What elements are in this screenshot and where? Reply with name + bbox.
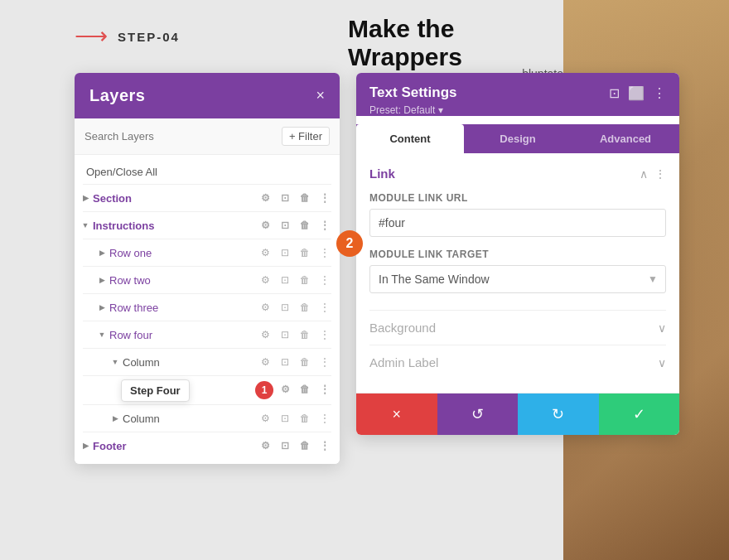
footer-settings-icon[interactable]: ⚙	[257, 437, 273, 454]
redo-button[interactable]: ↻	[518, 393, 599, 435]
layer-item-row-three[interactable]: ▶ Row three ⚙ ⊡ 🗑 ⋮	[75, 294, 340, 321]
column-1-more-icon[interactable]: ⋮	[316, 354, 333, 370]
footer-delete-icon[interactable]: 🗑	[297, 437, 313, 454]
link-chevron-icon[interactable]: ∧	[640, 167, 648, 181]
filter-button[interactable]: + Filter	[282, 127, 330, 146]
column-1-copy-icon[interactable]: ⊡	[277, 354, 293, 370]
instructions-settings-icon[interactable]: ⚙	[257, 217, 273, 234]
target-select[interactable]: In The Same Window In A New Window	[369, 265, 666, 293]
step-four-more-icon[interactable]: ⋮	[316, 381, 333, 398]
layers-header: Layers ×	[75, 73, 340, 118]
tab-advanced[interactable]: Advanced	[572, 124, 679, 153]
row-two-delete-icon[interactable]: 🗑	[297, 272, 313, 288]
layers-content: Open/Close All ▶ Section ⚙ ⊡ 🗑 ⋮ ▼ Instr…	[75, 155, 340, 464]
url-input[interactable]	[369, 209, 666, 237]
link-section-title: Link	[369, 167, 395, 181]
layer-item-row-one[interactable]: ▶ Row one ⚙ ⊡ 🗑 ⋮	[75, 239, 340, 266]
tab-content[interactable]: Content	[356, 124, 464, 153]
footer-icons: ⚙ ⊡ 🗑 ⋮	[257, 437, 333, 454]
section-copy-icon[interactable]: ⊡	[277, 190, 293, 206]
layer-item-footer[interactable]: ▶ Footer ⚙ ⊡ 🗑 ⋮	[75, 432, 340, 459]
row-four-copy-icon[interactable]: ⊡	[277, 326, 293, 343]
column-2-delete-icon[interactable]: 🗑	[297, 410, 313, 427]
column-2-settings-icon[interactable]: ⚙	[257, 410, 273, 427]
row-one-icons: ⚙ ⊡ 🗑 ⋮	[257, 244, 333, 261]
ts-preset[interactable]: Preset: Default ▾	[369, 104, 666, 116]
step-four-label: Step Four	[130, 384, 181, 397]
layer-item-column-2[interactable]: ▶ Column ⚙ ⊡ 🗑 ⋮	[75, 405, 340, 432]
instructions-delete-icon[interactable]: 🗑	[297, 217, 313, 234]
row-two-icons: ⚙ ⊡ 🗑 ⋮	[257, 272, 333, 288]
layer-name-instructions: Instructions	[93, 220, 253, 232]
row-two-more-icon[interactable]: ⋮	[316, 272, 333, 288]
layer-item-row-four[interactable]: ▼ Row four ⚙ ⊡ 🗑 ⋮	[75, 321, 340, 348]
layers-panel: Layers × + Filter Open/Close All ▶ Secti…	[75, 73, 340, 464]
instructions-copy-icon[interactable]: ⊡	[277, 217, 293, 234]
row-one-settings-icon[interactable]: ⚙	[257, 244, 273, 261]
url-field-label: Module Link URL	[369, 192, 666, 204]
layer-item-section[interactable]: ▶ Section ⚙ ⊡ 🗑 ⋮	[75, 185, 340, 211]
arrow-row-one: ▶	[98, 249, 106, 257]
row-two-settings-icon[interactable]: ⚙	[257, 272, 273, 288]
open-close-all[interactable]: Open/Close All	[75, 160, 340, 184]
column-1-settings-icon[interactable]: ⚙	[257, 354, 273, 370]
cancel-button[interactable]: ×	[356, 393, 437, 435]
layer-name-row-four: Row four	[109, 329, 253, 341]
step-four-settings-icon[interactable]: ⚙	[277, 381, 293, 398]
column-1-delete-icon[interactable]: 🗑	[297, 354, 313, 370]
layer-name-row-one: Row one	[109, 247, 253, 259]
row-three-settings-icon[interactable]: ⚙	[257, 299, 273, 316]
row-one-copy-icon[interactable]: ⊡	[277, 244, 293, 261]
row-one-more-icon[interactable]: ⋮	[316, 244, 333, 261]
footer-copy-icon[interactable]: ⊡	[277, 437, 293, 454]
row-four-settings-icon[interactable]: ⚙	[257, 326, 273, 343]
layers-title: Layers	[89, 86, 146, 105]
row-three-delete-icon[interactable]: 🗑	[297, 299, 313, 316]
ts-dots-icon[interactable]: ⋮	[653, 85, 666, 101]
undo-button[interactable]: ↺	[437, 393, 519, 435]
ts-expand-icon[interactable]: ⬜	[628, 85, 645, 101]
link-dots-icon[interactable]: ⋮	[654, 167, 666, 181]
step-four-icons: 1 ⚙ 🗑 ⋮	[255, 381, 333, 399]
ts-header-icons: ⊡ ⬜ ⋮	[609, 85, 666, 101]
step-four-delete-icon[interactable]: 🗑	[297, 381, 313, 398]
row-three-more-icon[interactable]: ⋮	[316, 299, 333, 316]
layer-name-section: Section	[93, 192, 253, 205]
layer-name-footer: Footer	[93, 440, 253, 452]
step-label: STEP-04	[118, 30, 180, 44]
ts-body: Link ∧ ⋮ Module Link URL Module Link Tar…	[356, 153, 679, 393]
row-two-copy-icon[interactable]: ⊡	[277, 272, 293, 288]
arrow-column-2: ▶	[111, 414, 119, 422]
section-settings-icon[interactable]: ⚙	[257, 190, 273, 206]
layer-arrow-instructions: ▼	[81, 221, 89, 229]
section-more-icon[interactable]: ⋮	[316, 190, 333, 206]
section-delete-icon[interactable]: 🗑	[297, 190, 313, 206]
layers-close-button[interactable]: ×	[316, 87, 325, 104]
admin-label-chevron-icon: ∨	[658, 356, 666, 369]
row-four-more-icon[interactable]: ⋮	[316, 326, 333, 343]
column-2-more-icon[interactable]: ⋮	[316, 410, 333, 427]
background-section-title: Background	[369, 321, 436, 335]
layer-item-row-two[interactable]: ▶ Row two ⚙ ⊡ 🗑 ⋮	[75, 267, 340, 293]
step-indicator: ⟶ STEP-04	[75, 25, 180, 48]
background-section[interactable]: Background ∨	[369, 310, 666, 345]
row-four-delete-icon[interactable]: 🗑	[297, 326, 313, 343]
layer-item-step-four[interactable]: Step Four 1 ⚙ 🗑 ⋮	[75, 376, 340, 404]
save-button[interactable]: ✓	[599, 393, 680, 435]
ts-split-icon[interactable]: ⊡	[609, 85, 620, 101]
layer-item-instructions[interactable]: ▼ Instructions ⚙ ⊡ 🗑 ⋮	[75, 212, 340, 239]
layers-search-input[interactable]	[84, 130, 275, 142]
row-one-delete-icon[interactable]: 🗑	[297, 244, 313, 261]
admin-label-section[interactable]: Admin Label ∨	[369, 345, 666, 379]
ts-tabs: Content Design Advanced	[356, 124, 679, 153]
instructions-more-icon[interactable]: ⋮	[316, 217, 333, 234]
ts-header-top: Text Settings ⊡ ⬜ ⋮	[369, 84, 666, 101]
row-three-copy-icon[interactable]: ⊡	[277, 299, 293, 316]
column-2-copy-icon[interactable]: ⊡	[277, 410, 293, 427]
ts-panel-title: Text Settings	[369, 84, 456, 101]
step-arrow-icon: ⟶	[75, 25, 108, 48]
instructions-layer-icons: ⚙ ⊡ 🗑 ⋮	[257, 217, 333, 234]
footer-more-icon[interactable]: ⋮	[316, 437, 333, 454]
tab-design[interactable]: Design	[464, 124, 572, 153]
layer-item-column-1[interactable]: ▼ Column ⚙ ⊡ 🗑 ⋮	[75, 349, 340, 375]
